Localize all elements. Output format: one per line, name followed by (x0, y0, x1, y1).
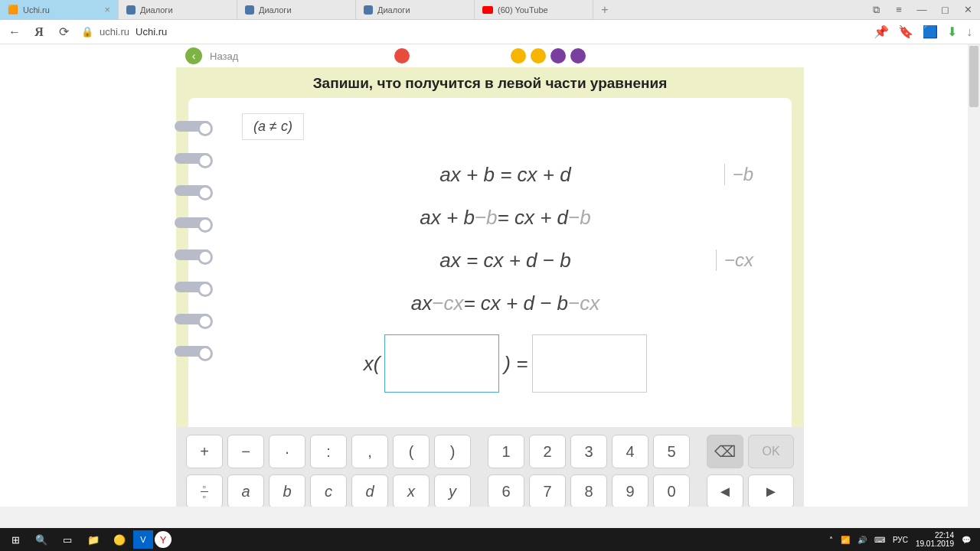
spiral-binding (175, 121, 211, 357)
equation-line-3: ax = cx + d − b −cx (242, 244, 769, 276)
pin-icon[interactable]: 📌 (874, 24, 889, 39)
key-9[interactable]: 9 (612, 474, 648, 507)
key-fraction[interactable]: ▫▫ (186, 474, 223, 507)
key-backspace[interactable]: ⌫ (707, 435, 743, 468)
progress-dot (531, 48, 546, 64)
key-comma[interactable]: , (351, 435, 388, 468)
equation-line-2: ax + b−b = cx + d−b (242, 201, 769, 233)
side-operation: −cx (716, 249, 753, 271)
close-icon[interactable]: × (104, 4, 110, 15)
key-2[interactable]: 2 (529, 435, 566, 468)
condition-box: (a ≠ c) (242, 113, 304, 140)
tab-label: Диалоги (377, 5, 410, 15)
key-8[interactable]: 8 (570, 474, 607, 507)
tab-youtube[interactable]: (60) YouTube (475, 0, 593, 20)
key-4[interactable]: 4 (612, 435, 648, 468)
search-icon[interactable]: 🔍 (29, 529, 54, 550)
downloads-icon[interactable]: ↓ (966, 25, 972, 39)
key-0[interactable]: 0 (653, 474, 690, 507)
new-tab-button[interactable]: + (593, 3, 616, 17)
explorer-icon[interactable]: 📁 (81, 529, 106, 550)
equation-line-4: ax−cx = cx + d − b−cx (242, 287, 769, 319)
key-plus[interactable]: + (186, 435, 223, 468)
vk-favicon (126, 5, 136, 15)
app-icon[interactable]: 🟡 (107, 529, 132, 550)
maximize-button[interactable]: ◻ (934, 1, 956, 19)
tab-dialogs-1[interactable]: Диалоги (119, 0, 237, 20)
minimize-button[interactable]: — (911, 1, 933, 19)
key-ok[interactable]: OK (748, 435, 794, 468)
answer-row: x( ) = (242, 334, 769, 393)
key-5[interactable]: 5 (653, 435, 690, 468)
side-operation: −b (724, 164, 753, 185)
key-y[interactable]: y (434, 474, 471, 507)
app-back-button[interactable]: ‹ (185, 47, 202, 64)
youtube-favicon (482, 6, 493, 14)
task-panel: Запиши, что получится в левой части урав… (176, 67, 804, 427)
key-3[interactable]: 3 (570, 435, 607, 468)
url-display[interactable]: 🔒 uchi.ru Uchi.ru (81, 26, 167, 37)
equation-line-1: ax + b = cx + d −b (242, 158, 769, 191)
yandex-button[interactable]: Я (32, 25, 46, 39)
key-lparen[interactable]: ( (393, 435, 430, 468)
url-host: uchi.ru (100, 26, 129, 37)
key-a[interactable]: a (227, 474, 264, 507)
tab-dialogs-2[interactable]: Диалоги (237, 0, 356, 20)
download-icon[interactable]: ⬇ (947, 24, 957, 39)
progress-dot (394, 48, 410, 64)
close-button[interactable]: ✕ (957, 1, 978, 19)
progress-indicator (394, 48, 586, 64)
answer-input-left[interactable] (384, 334, 499, 393)
tab-label: Диалоги (140, 5, 173, 15)
progress-dot (570, 48, 586, 64)
tray-chevron-icon[interactable]: ˄ (829, 536, 833, 544)
back-button[interactable]: ← (8, 25, 21, 39)
app-icon[interactable]: V (133, 530, 153, 549)
virtual-keyboard: + − · : , ( ) 1 2 3 4 5 ⌫ OK ▫▫ a b (176, 427, 804, 507)
taskview-icon[interactable]: ▭ (55, 529, 80, 550)
yandex-icon[interactable]: Y (155, 531, 172, 548)
tab-dialogs-3[interactable]: Диалоги (356, 0, 475, 20)
task-title: Запиши, что получится в левой части урав… (176, 75, 804, 98)
key-dot[interactable]: · (269, 435, 305, 468)
extension-icon[interactable]: 🟦 (923, 24, 938, 39)
address-bar: ← Я ⟳ 🔒 uchi.ru Uchi.ru 📌 🔖 🟦 ⬇ ↓ (0, 20, 980, 44)
key-rparen[interactable]: ) (434, 435, 471, 468)
progress-dot (550, 48, 566, 64)
tab-label: (60) YouTube (498, 5, 548, 15)
page-content: ‹ Назад Запиши, что получится в левой ча… (0, 44, 980, 507)
key-colon[interactable]: : (310, 435, 347, 468)
start-button[interactable]: ⊞ (3, 529, 28, 550)
app-header: ‹ Назад (176, 44, 804, 67)
vk-favicon (364, 5, 373, 15)
notifications-icon[interactable]: 💬 (962, 536, 971, 544)
bookmark-icon[interactable]: 🔖 (898, 24, 913, 39)
language-indicator[interactable]: РУС (893, 536, 908, 544)
url-title: Uchi.ru (136, 26, 167, 37)
key-c[interactable]: c (310, 474, 347, 507)
vk-favicon (245, 5, 254, 15)
volume-icon[interactable]: 🔊 (858, 536, 867, 544)
clock[interactable]: 22:14 19.01.2019 (916, 531, 954, 548)
key-1[interactable]: 1 (488, 435, 524, 468)
key-right[interactable]: ► (748, 474, 794, 507)
back-label: Назад (210, 51, 238, 62)
key-left[interactable]: ◄ (707, 474, 743, 507)
answer-input-right[interactable] (532, 334, 647, 393)
scrollbar[interactable] (968, 44, 980, 507)
keyboard-icon[interactable]: ⌨ (874, 536, 885, 544)
tab-uchi[interactable]: 🟧 Uchi.ru × (0, 0, 119, 20)
reload-button[interactable]: ⟳ (57, 25, 70, 39)
windows-taskbar: ⊞ 🔍 ▭ 📁 🟡 V Y ˄ 📶 🔊 ⌨ РУС 22:14 19.01.20… (0, 528, 980, 551)
key-6[interactable]: 6 (488, 474, 524, 507)
network-icon[interactable]: 📶 (841, 536, 850, 544)
key-b[interactable]: b (269, 474, 305, 507)
browser-tabbar: 🟧 Uchi.ru × Диалоги Диалоги Диалоги (60)… (0, 0, 980, 20)
key-7[interactable]: 7 (529, 474, 566, 507)
panel-icon[interactable]: ⧉ (865, 1, 887, 19)
menu-icon[interactable]: ≡ (888, 1, 910, 19)
progress-dot (511, 48, 526, 64)
key-d[interactable]: d (351, 474, 388, 507)
key-x[interactable]: x (393, 474, 430, 507)
key-minus[interactable]: − (227, 435, 264, 468)
